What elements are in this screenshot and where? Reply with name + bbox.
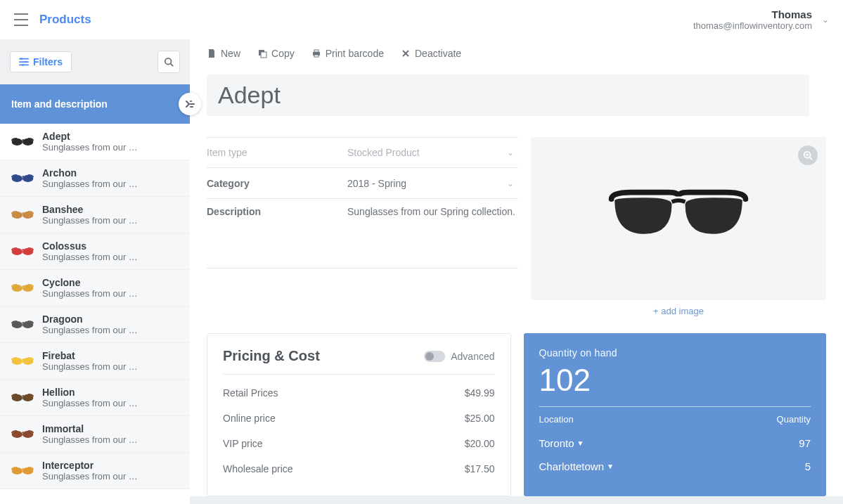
price-row: VIP price [223,431,495,456]
sunglasses-icon [10,134,35,150]
dropdown-icon[interactable]: ▼ [577,439,584,447]
svg-point-1 [25,61,27,63]
item-text: Hellion Sunglasses from our … [42,387,180,408]
dropdown-icon[interactable]: ▼ [607,463,614,470]
sunglasses-icon [10,353,35,370]
zoom-icon[interactable] [798,146,818,165]
user-name: Thomas [693,8,812,20]
svg-rect-25 [261,52,266,58]
item-type-value: Stocked Product [347,147,420,158]
location-name: Charlottetown [539,460,605,472]
main: New Copy Print barcode Deactivate [190,39,843,504]
user-block: Thomas thomas@inflowinventory.com [693,8,812,31]
header-left: Products [8,13,91,27]
item-name: Immortal [42,423,180,434]
list-header-label: Item and description [11,98,108,110]
advanced-toggle[interactable] [424,351,445,362]
sunglasses-icon [10,170,35,187]
item-text: Dragoon Sunglasses from our … [42,314,180,335]
price-label: Retail Prices [223,387,278,399]
item-type-field[interactable]: Item type Stocked Product⌄ [207,137,518,168]
location-row[interactable]: Toronto ▼ 97 [539,432,811,455]
hamburger-icon[interactable] [8,13,25,26]
chevron-down-icon[interactable]: ⌄ [822,15,829,25]
product-image[interactable] [531,137,826,300]
add-image-link[interactable]: + add image [531,306,826,316]
location-header: Location Quantity [539,414,811,425]
item-text: Firebat Sunglasses from our … [42,350,180,372]
sunglasses-icon [10,280,35,297]
price-input[interactable] [411,438,495,449]
toolbar: New Copy Print barcode Deactivate [190,39,843,67]
item-text: Banshee Sunglasses from our … [42,204,180,226]
list-item[interactable]: Immortal Sunglasses from our … [0,416,190,453]
svg-rect-27 [314,50,318,52]
sunglasses-icon [10,207,35,224]
sidebar: Filters Item and description Adept Sungl… [0,39,190,504]
item-desc: Sunglasses from our … [42,434,180,445]
page-title[interactable]: Products [39,13,91,27]
item-list[interactable]: Adept Sunglasses from our … Archon Sungl… [0,124,190,504]
user-menu[interactable]: Thomas thomas@inflowinventory.com ⌄ [693,8,829,31]
app-header: Products Thomas thomas@inflowinventory.c… [0,0,843,39]
sunglasses-image [605,186,752,252]
item-desc: Sunglasses from our … [42,252,180,262]
collapse-sidebar-icon[interactable] [179,93,201,115]
item-desc: Sunglasses from our … [42,142,180,153]
category-label: Category [207,178,347,189]
item-desc: Sunglasses from our … [42,288,180,299]
filters-button[interactable]: Filters [10,51,72,72]
qty-total: 102 [539,363,811,398]
print-icon [311,49,321,58]
price-input[interactable] [411,387,495,399]
pricing-heading: Pricing & Cost [223,348,320,364]
price-input[interactable] [411,463,495,474]
list-item[interactable]: Adept Sunglasses from our … [0,124,190,160]
svg-point-3 [165,58,172,65]
category-field[interactable]: Category 2018 - Spring⌄ [207,168,518,199]
item-name: Dragoon [42,314,180,325]
list-item[interactable]: Colossus Sunglasses from our … [0,233,190,270]
title-wrap [190,67,843,126]
print-barcode-button[interactable]: Print barcode [311,48,384,59]
location-row[interactable]: Charlottetown ▼ 5 [539,455,811,478]
list-item[interactable]: Cyclone Sunglasses from our … [0,270,190,306]
sunglasses-icon [10,316,35,333]
item-name: Archon [42,167,180,179]
item-name: Cyclone [42,277,180,288]
new-button[interactable]: New [207,48,240,59]
list-item[interactable]: Archon Sunglasses from our … [0,160,190,197]
col-quantity: Quantity [777,414,811,425]
col-location: Location [539,414,777,425]
item-text: Colossus Sunglasses from our … [42,240,180,262]
list-item[interactable]: Banshee Sunglasses from our … [0,197,190,233]
item-name: Adept [42,131,180,142]
list-item[interactable]: Firebat Sunglasses from our … [0,343,190,380]
copy-button[interactable]: Copy [257,48,295,59]
location-name: Toronto [539,437,574,449]
chevron-down-icon[interactable]: ⌄ [507,148,514,157]
pricing-panel: Pricing & Cost Advanced Retail Prices On… [207,333,511,496]
deactivate-button[interactable]: Deactivate [401,48,461,59]
list-item[interactable]: Hellion Sunglasses from our … [0,380,190,416]
search-button[interactable] [157,51,180,73]
list-item[interactable]: Interceptor Sunglasses from our … [0,453,190,489]
new-label: New [221,48,240,59]
product-title-input[interactable] [207,75,809,116]
price-row: Retail Prices [223,380,495,406]
item-text: Archon Sunglasses from our … [42,167,180,189]
deactivate-label: Deactivate [415,48,461,59]
svg-point-2 [22,64,24,66]
content-area: Item type Stocked Product⌄ Category 2018… [190,67,843,504]
item-desc: Sunglasses from our … [42,471,180,482]
description-label: Description [207,206,347,217]
item-desc: Sunglasses from our … [42,215,180,226]
copy-icon [257,49,267,58]
description-input[interactable] [347,206,518,248]
price-input[interactable] [411,413,495,424]
location-qty: 5 [805,460,811,472]
item-name: Interceptor [42,460,180,471]
chevron-down-icon[interactable]: ⌄ [507,179,514,188]
list-item[interactable]: Dragoon Sunglasses from our … [0,306,190,343]
price-row: Online price [223,406,495,431]
